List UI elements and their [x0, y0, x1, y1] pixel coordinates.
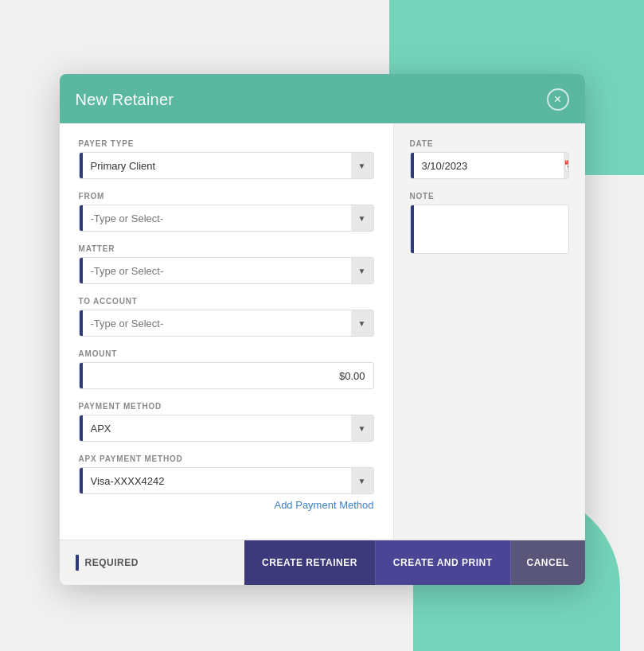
date-wrapper: 📅 [410, 152, 569, 179]
from-input[interactable] [83, 207, 351, 230]
dialog-title: New Retainer [76, 91, 174, 109]
from-field: FROM ▼ [79, 192, 374, 232]
cancel-button[interactable]: CANCEL [511, 540, 585, 585]
to-account-select-wrapper: ▼ [79, 310, 374, 337]
amount-label: AMOUNT [79, 349, 374, 358]
footer-buttons: CREATE RETAINER CREATE AND PRINT CANCEL [244, 540, 584, 585]
payment-method-select[interactable]: APX Check Cash [83, 417, 351, 440]
note-label: NOTE [410, 192, 569, 201]
footer-required: REQUIRED [60, 540, 245, 585]
close-button[interactable]: × [547, 88, 569, 111]
note-wrapper [410, 205, 569, 254]
payer-type-label: PAYER TYPE [79, 139, 374, 148]
matter-select-wrapper: ▼ [79, 257, 374, 284]
right-panel: DATE 📅 NOTE [394, 123, 585, 540]
new-retainer-dialog: New Retainer × PAYER TYPE Primary Client… [60, 74, 585, 585]
note-textarea[interactable] [414, 205, 568, 253]
date-field: DATE 📅 [410, 139, 569, 179]
apx-payment-method-label: APX PAYMENT METHOD [79, 454, 374, 463]
matter-input[interactable] [83, 259, 351, 283]
create-retainer-button[interactable]: CREATE RETAINER [244, 540, 376, 585]
payment-method-select-wrapper: APX Check Cash ▼ [79, 415, 374, 442]
calendar-button[interactable]: 📅 [564, 153, 569, 178]
apx-payment-method-select[interactable]: Visa-XXXX4242 [83, 470, 351, 493]
amount-input[interactable] [83, 364, 373, 388]
apx-payment-method-field: APX PAYMENT METHOD Visa-XXXX4242 ▼ Add P… [79, 454, 374, 511]
amount-field: AMOUNT [79, 349, 374, 389]
dialog-footer: REQUIRED CREATE RETAINER CREATE AND PRIN… [60, 540, 585, 585]
payer-type-field: PAYER TYPE Primary Client Other ▼ [79, 139, 374, 179]
create-and-print-button[interactable]: CREATE AND PRINT [376, 540, 511, 585]
to-account-dropdown-btn[interactable]: ▼ [351, 310, 373, 336]
payer-type-select[interactable]: Primary Client Other [83, 154, 351, 177]
to-account-field: TO ACCOUNT ▼ [79, 297, 374, 337]
left-panel: PAYER TYPE Primary Client Other ▼ FROM ▼ [60, 123, 394, 540]
dialog-body: PAYER TYPE Primary Client Other ▼ FROM ▼ [60, 123, 585, 540]
payer-type-dropdown-btn[interactable]: ▼ [351, 153, 373, 178]
date-label: DATE [410, 139, 569, 148]
add-payment-method-link[interactable]: Add Payment Method [79, 499, 374, 511]
payment-method-dropdown-btn[interactable]: ▼ [351, 415, 373, 441]
from-dropdown-btn[interactable]: ▼ [351, 205, 373, 231]
apx-payment-method-select-wrapper: Visa-XXXX4242 ▼ [79, 467, 374, 494]
amount-wrapper [79, 362, 374, 389]
apx-payment-method-dropdown-btn[interactable]: ▼ [351, 468, 373, 493]
required-bar [76, 555, 79, 571]
matter-label: MATTER [79, 244, 374, 253]
to-account-label: TO ACCOUNT [79, 297, 374, 306]
dialog-header: New Retainer × [60, 74, 585, 123]
payment-method-field: PAYMENT METHOD APX Check Cash ▼ [79, 402, 374, 442]
from-label: FROM [79, 192, 374, 201]
required-text: REQUIRED [85, 557, 139, 568]
to-account-input[interactable] [83, 312, 351, 335]
payment-method-label: PAYMENT METHOD [79, 402, 374, 411]
matter-field: MATTER ▼ [79, 244, 374, 284]
note-field: NOTE [410, 192, 569, 254]
from-select-wrapper: ▼ [79, 205, 374, 232]
matter-dropdown-btn[interactable]: ▼ [351, 258, 373, 283]
payer-type-select-wrapper: Primary Client Other ▼ [79, 152, 374, 179]
date-input[interactable] [414, 154, 564, 177]
